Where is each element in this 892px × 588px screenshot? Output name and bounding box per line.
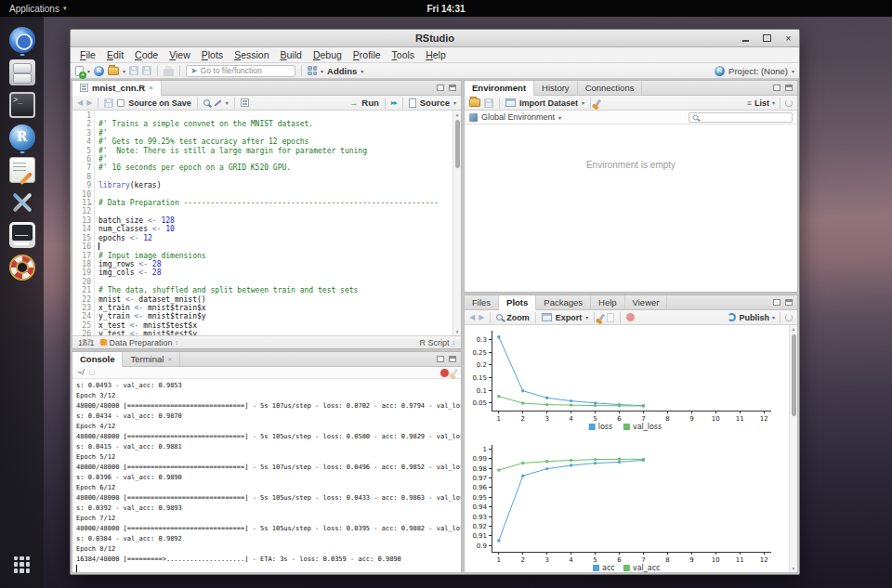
code-content[interactable]: #' Trains a simple convnet on the MNIST … bbox=[95, 111, 453, 335]
refresh-icon[interactable] bbox=[785, 99, 793, 107]
load-workspace-icon[interactable] bbox=[469, 98, 480, 107]
clear-all-plots-icon[interactable] bbox=[626, 313, 635, 321]
rerun-icon[interactable]: ▸▸ bbox=[391, 98, 397, 107]
chevron-down-icon[interactable]: ▾ bbox=[772, 314, 775, 320]
dock-item-screenshot[interactable] bbox=[7, 218, 38, 251]
menu-profile[interactable]: Profile bbox=[348, 47, 387, 62]
forward-icon[interactable]: ▶ bbox=[86, 98, 92, 107]
addins-button[interactable]: Addins bbox=[327, 66, 357, 76]
tab-connections[interactable]: Connections bbox=[578, 81, 643, 95]
previous-plot-icon[interactable]: ◀ bbox=[469, 313, 475, 321]
console-output[interactable]: s: 0.0493 - val_acc: 0.9853Epoch 3/12480… bbox=[72, 379, 461, 572]
scroll-down-icon[interactable]: ▼ bbox=[790, 565, 797, 572]
interrupt-r-icon[interactable] bbox=[440, 369, 449, 377]
print-icon[interactable] bbox=[164, 69, 174, 76]
new-file-icon[interactable] bbox=[75, 66, 84, 76]
global-environment-selector[interactable]: Global Environment bbox=[481, 112, 555, 122]
chevron-down-icon[interactable]: ▾ bbox=[453, 99, 456, 106]
dock-item-text-editor[interactable] bbox=[7, 153, 38, 186]
scroll-up-icon[interactable]: ▲ bbox=[453, 111, 461, 118]
new-project-icon[interactable] bbox=[94, 66, 104, 76]
compile-report-icon[interactable] bbox=[241, 98, 249, 107]
tab-packages[interactable]: Packages bbox=[536, 295, 591, 309]
window-titlebar[interactable]: RStudio × bbox=[71, 30, 799, 47]
chevron-down-icon[interactable]: ▾ bbox=[792, 68, 794, 74]
tab-environment[interactable]: Environment bbox=[465, 81, 534, 96]
maximize-pane-icon[interactable] bbox=[449, 85, 456, 91]
find-icon[interactable] bbox=[203, 99, 210, 106]
remove-current-plot-icon[interactable] bbox=[607, 313, 614, 322]
minimize-pane-icon[interactable] bbox=[773, 85, 780, 91]
tab-terminal[interactable]: Terminal × bbox=[123, 352, 180, 366]
menu-build[interactable]: Build bbox=[275, 47, 308, 62]
menu-help[interactable]: Help bbox=[420, 47, 452, 62]
menu-plots[interactable]: Plots bbox=[196, 47, 229, 62]
file-type-selector[interactable]: R Script ↕ bbox=[419, 338, 455, 347]
clear-environment-icon[interactable] bbox=[595, 98, 601, 106]
maximize-button[interactable] bbox=[762, 33, 772, 44]
menu-edit[interactable]: Edit bbox=[101, 47, 129, 62]
plots-scrollbar[interactable]: ▲ ▼ bbox=[789, 325, 797, 572]
back-icon[interactable]: ◀ bbox=[77, 98, 83, 107]
menu-view[interactable]: View bbox=[164, 47, 196, 62]
chevron-down-icon[interactable]: ▾ bbox=[123, 68, 125, 74]
scroll-down-icon[interactable]: ▼ bbox=[453, 328, 461, 335]
applications-menu[interactable]: Applications ▾ bbox=[0, 0, 75, 17]
code-editor[interactable]: 1234567891011▾12131415161718192021222324… bbox=[72, 111, 461, 335]
clear-console-icon[interactable] bbox=[452, 369, 458, 376]
minimize-pane-icon[interactable] bbox=[437, 85, 444, 91]
maximize-pane-icon[interactable] bbox=[785, 85, 793, 91]
publish-button[interactable]: Publish bbox=[739, 313, 769, 322]
menu-session[interactable]: Session bbox=[229, 47, 274, 62]
next-plot-icon[interactable]: ▶ bbox=[479, 313, 484, 321]
close-icon[interactable]: × bbox=[149, 84, 153, 92]
scroll-up-icon[interactable]: ▲ bbox=[790, 325, 797, 333]
close-icon[interactable]: × bbox=[167, 355, 172, 363]
environment-search-box[interactable] bbox=[689, 112, 793, 123]
menu-tools[interactable]: Tools bbox=[387, 47, 421, 62]
editor-scrollbar[interactable]: ▲ ▼ bbox=[453, 111, 461, 335]
tab-mnist-cnn[interactable]: mnist_cnn.R × bbox=[72, 81, 162, 96]
app-grid-button[interactable] bbox=[7, 548, 38, 581]
menu-debug[interactable]: Debug bbox=[308, 47, 348, 62]
tab-history[interactable]: History bbox=[534, 81, 578, 95]
run-button[interactable]: Run bbox=[361, 98, 378, 108]
chevron-down-icon[interactable]: ▾ bbox=[87, 68, 90, 74]
import-dataset-button[interactable]: Import Dataset bbox=[519, 98, 578, 108]
chevron-down-icon[interactable]: ▾ bbox=[361, 68, 363, 74]
chevron-down-icon[interactable]: ▾ bbox=[772, 99, 775, 106]
dock-item-file-manager[interactable] bbox=[7, 56, 38, 88]
code-tools-icon[interactable] bbox=[214, 99, 221, 106]
open-file-icon[interactable] bbox=[108, 67, 119, 75]
scrollbar-thumb[interactable] bbox=[792, 334, 796, 416]
minimize-pane-icon[interactable] bbox=[437, 356, 444, 362]
remove-plot-icon[interactable] bbox=[598, 313, 605, 320]
tab-plots[interactable]: Plots bbox=[499, 295, 536, 310]
pane-layout-icon[interactable] bbox=[308, 66, 317, 75]
maximize-pane-icon[interactable] bbox=[785, 299, 793, 306]
dock-item-help[interactable] bbox=[7, 251, 38, 283]
chevron-down-icon[interactable]: ▾ bbox=[558, 114, 561, 121]
save-workspace-icon[interactable] bbox=[484, 98, 493, 108]
project-selector[interactable]: Project: (None) bbox=[728, 66, 788, 76]
chevron-down-icon[interactable]: ▾ bbox=[226, 99, 229, 106]
dock-item-terminal[interactable] bbox=[7, 88, 38, 121]
tab-files[interactable]: Files bbox=[465, 295, 499, 309]
menu-file[interactable]: File bbox=[74, 47, 101, 62]
export-button[interactable]: Export bbox=[556, 313, 583, 322]
source-on-save-checkbox[interactable] bbox=[117, 99, 125, 107]
tab-viewer[interactable]: Viewer bbox=[625, 295, 668, 309]
list-view-selector[interactable]: List bbox=[754, 98, 769, 108]
zoom-button[interactable]: Zoom bbox=[506, 313, 530, 322]
minimize-pane-icon[interactable] bbox=[773, 299, 780, 306]
refresh-icon[interactable] bbox=[785, 314, 793, 321]
minimize-button[interactable] bbox=[741, 33, 751, 44]
close-button[interactable]: × bbox=[783, 33, 794, 44]
dock-item-chromium[interactable] bbox=[7, 23, 38, 56]
menu-code[interactable]: Code bbox=[129, 47, 164, 62]
save-icon[interactable] bbox=[104, 98, 113, 108]
session-icon[interactable] bbox=[89, 370, 95, 375]
clock[interactable]: Fri 14:31 bbox=[426, 4, 465, 14]
save-all-icon[interactable] bbox=[142, 66, 151, 75]
dock-item-r[interactable] bbox=[7, 121, 38, 153]
